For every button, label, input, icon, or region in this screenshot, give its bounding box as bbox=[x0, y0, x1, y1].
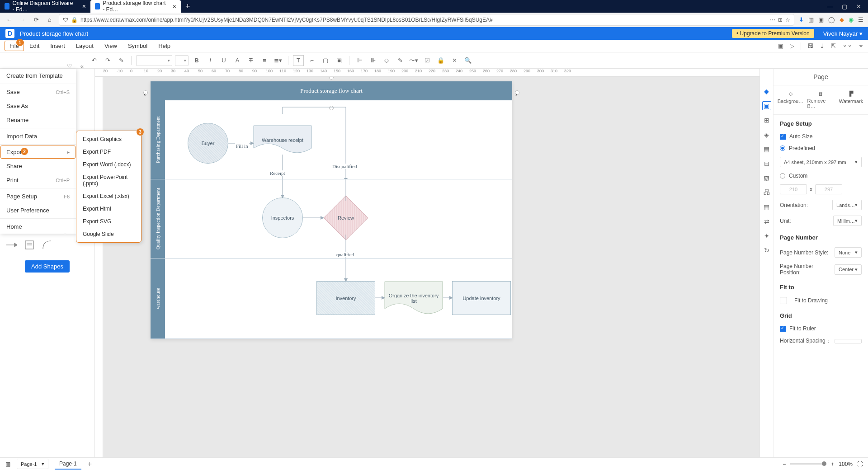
watermark-button[interactable]: ▛Watermark bbox=[838, 91, 865, 109]
text-tool-button[interactable]: T bbox=[293, 55, 304, 66]
bookmark-icon[interactable]: ☆ bbox=[785, 17, 790, 23]
new-tab-button[interactable]: + bbox=[181, 0, 195, 13]
add-shapes-button[interactable]: Add Shapes bbox=[25, 260, 70, 273]
predefined-radio[interactable]: Predefined bbox=[774, 142, 868, 154]
back-button[interactable]: ← bbox=[5, 15, 14, 24]
font-color-button[interactable]: A bbox=[232, 55, 243, 66]
menu-help[interactable]: Help bbox=[153, 40, 176, 52]
export-google-slide[interactable]: Google Slide bbox=[76, 228, 141, 240]
menu-print[interactable]: PrintCtrl+P bbox=[0, 173, 76, 187]
save-icon[interactable]: 🖫 bbox=[807, 42, 813, 49]
close-icon[interactable]: ✕ bbox=[856, 3, 861, 10]
menu-home[interactable]: Home bbox=[0, 220, 76, 234]
tab-align-icon[interactable]: ⇄ bbox=[762, 217, 771, 226]
lane-purchasing[interactable]: Purchasing Department Buyer Warehouse re… bbox=[151, 100, 512, 179]
ext1-icon[interactable]: ◆ bbox=[840, 16, 844, 23]
fullscreen-button[interactable]: ⛶ bbox=[857, 461, 863, 467]
menu-icon[interactable]: ☰ bbox=[858, 16, 863, 23]
bold-button[interactable]: B bbox=[191, 55, 202, 66]
menu-import-data[interactable]: Import Data bbox=[0, 129, 76, 143]
tab-layers-icon[interactable]: ◈ bbox=[762, 130, 771, 139]
auto-size-checkbox[interactable]: Auto Size bbox=[774, 131, 868, 142]
close-icon[interactable]: × bbox=[82, 3, 86, 10]
url-input[interactable]: 🛡 🔒 https://www.edrawmax.com/online/app.… bbox=[59, 14, 794, 26]
align-button[interactable]: ≡ bbox=[259, 55, 270, 66]
download-icon[interactable]: ⬇ bbox=[799, 16, 804, 23]
underline-button[interactable]: U bbox=[218, 55, 229, 66]
horizontal-spacing-input[interactable] bbox=[835, 339, 862, 343]
document-title[interactable]: Product storage flow chart bbox=[20, 30, 88, 37]
fill-button[interactable]: ◇ bbox=[381, 55, 392, 66]
menu-user-preference[interactable]: User Preference bbox=[0, 203, 76, 217]
node-update[interactable]: Update inventory bbox=[452, 281, 511, 315]
menu-layout[interactable]: Layout bbox=[71, 40, 99, 52]
tab-image-icon[interactable]: ▧ bbox=[762, 174, 771, 183]
zoom-level[interactable]: 100% bbox=[839, 461, 853, 467]
forward-button[interactable]: → bbox=[18, 15, 27, 24]
menu-insert[interactable]: Insert bbox=[45, 40, 71, 52]
background-button[interactable]: ◇Backgrou… bbox=[777, 91, 804, 109]
zoom-out-button[interactable]: − bbox=[783, 461, 786, 467]
export-word[interactable]: Export Word (.docx) bbox=[76, 158, 141, 171]
line-spacing-button[interactable]: ≣▾ bbox=[273, 55, 283, 66]
export-pdf[interactable]: Export PDF bbox=[76, 146, 141, 158]
tab-tree-icon[interactable]: 品 bbox=[762, 188, 771, 197]
fit-to-ruler-checkbox[interactable]: Fit to Ruler bbox=[774, 323, 868, 334]
lane-quality[interactable]: Quality Inspection Department Inspectors… bbox=[151, 179, 512, 258]
tab-clip-icon[interactable]: ▦ bbox=[762, 202, 771, 212]
undo-button[interactable]: ↶ bbox=[89, 55, 99, 66]
minimize-icon[interactable]: — bbox=[827, 3, 833, 10]
align-objects-button[interactable]: ⊫ bbox=[354, 55, 365, 66]
export-excel[interactable]: Export Excel (.xlsx) bbox=[76, 190, 141, 202]
browser-tab-active[interactable]: Product storage flow chart - Ed… × bbox=[90, 0, 181, 13]
diagram-page[interactable]: ‹ › Product storage flow chart Purchasin… bbox=[151, 81, 512, 339]
custom-radio[interactable]: Custom bbox=[774, 170, 868, 182]
export-graphics[interactable]: Export Graphics bbox=[76, 133, 141, 146]
remove-bg-button[interactable]: 🗑Remove B… bbox=[807, 91, 835, 109]
screenshot-icon[interactable]: ▣ bbox=[818, 16, 824, 23]
zoom-in-button[interactable]: + bbox=[831, 461, 834, 467]
collab-icon[interactable]: ⚭ bbox=[859, 42, 863, 49]
reader-icon[interactable]: ⊞ bbox=[778, 17, 783, 23]
lock-button[interactable]: 🔒 bbox=[435, 55, 446, 66]
upgrade-button[interactable]: • Upgrade to Premium Version bbox=[732, 29, 814, 38]
shape-arrow[interactable] bbox=[4, 239, 19, 251]
export-svg[interactable]: Export SVG bbox=[76, 215, 141, 228]
tab-data-icon[interactable]: ⊟ bbox=[762, 159, 771, 168]
menu-create-template[interactable]: Create from Template bbox=[0, 69, 76, 83]
menu-rename[interactable]: Rename bbox=[0, 113, 76, 127]
menu-export[interactable]: Export 2 ▸ bbox=[0, 146, 75, 159]
fit-to-drawing-button[interactable]: Fit to Drawing bbox=[774, 294, 868, 307]
tab-settings-icon[interactable]: ✦ bbox=[762, 231, 771, 240]
app-logo-icon[interactable]: D bbox=[5, 29, 14, 38]
browser-tab-inactive[interactable]: Online Diagram Software - Ed… × bbox=[0, 0, 90, 13]
menu-share[interactable]: Share bbox=[0, 159, 76, 173]
image-button[interactable]: ▣ bbox=[334, 55, 344, 66]
lane-warehouse[interactable]: warehouse Inventory Organize the invento… bbox=[151, 258, 512, 339]
page-handle-top[interactable] bbox=[329, 77, 334, 80]
home-button[interactable]: ⌂ bbox=[45, 15, 54, 24]
menu-edit[interactable]: Edit bbox=[24, 40, 45, 52]
export-icon[interactable]: ⤓ bbox=[820, 42, 825, 49]
menu-symbol[interactable]: Symbol bbox=[123, 40, 153, 52]
present-icon[interactable]: ▷ bbox=[790, 42, 794, 49]
more-icon[interactable]: ⋯ bbox=[770, 17, 775, 23]
search-button[interactable]: 🔍 bbox=[462, 55, 473, 66]
menu-save[interactable]: SaveCtrl+S bbox=[0, 85, 76, 99]
font-family-select[interactable] bbox=[136, 55, 172, 66]
tab-fill-icon[interactable]: ◆ bbox=[762, 87, 771, 96]
library-icon[interactable]: ▥ bbox=[808, 16, 814, 23]
node-warehouse-receipt[interactable]: Warehouse receipt bbox=[253, 125, 312, 155]
page-select[interactable]: Page-1▾ bbox=[17, 459, 48, 469]
user-menu[interactable]: Vivek Nayyar ▾ bbox=[823, 30, 863, 37]
container-button[interactable]: ▢ bbox=[320, 55, 331, 66]
page-number-position-select[interactable]: Center▾ bbox=[835, 264, 862, 275]
line-color-button[interactable]: ✎ bbox=[395, 55, 406, 66]
tab-theme-icon[interactable]: ⊞ bbox=[762, 116, 771, 125]
unit-select[interactable]: Millim…▾ bbox=[833, 216, 862, 226]
height-input[interactable]: 297 bbox=[815, 184, 842, 194]
sheet-size-select[interactable]: A4 sheet, 210mm x 297 mm▾ bbox=[780, 157, 862, 167]
node-organize[interactable]: Organize the inventory list bbox=[384, 281, 443, 315]
menu-view[interactable]: View bbox=[99, 40, 123, 52]
outline-icon[interactable]: ▥ bbox=[5, 461, 10, 467]
